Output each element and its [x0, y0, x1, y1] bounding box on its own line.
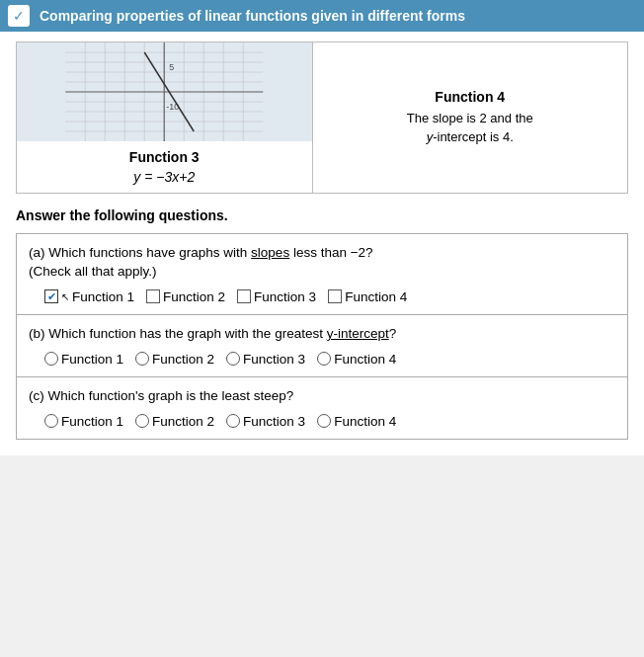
chevron-down-icon: ✓: [13, 8, 25, 24]
question-b-text: (b) Which function has the graph with th…: [29, 325, 615, 344]
option-a-func4[interactable]: Function 4: [328, 289, 407, 304]
radio-c-func2[interactable]: [135, 414, 149, 428]
option-c-func3-label: Function 3: [243, 414, 305, 429]
option-a-func3[interactable]: Function 3: [237, 289, 316, 304]
option-c-func1-label: Function 1: [61, 414, 123, 429]
option-c-func3[interactable]: Function 3: [226, 414, 305, 429]
checkbox-a-func2[interactable]: [146, 289, 160, 303]
option-b-func3-label: Function 3: [243, 352, 305, 367]
question-b-block: (b) Which function has the graph with th…: [17, 315, 627, 377]
option-a-func3-label: Function 3: [254, 289, 316, 304]
checkbox-a-func1[interactable]: ✔: [44, 289, 58, 303]
func4-label: Function 4: [323, 89, 618, 105]
question-c-text: (c) Which function's graph is the least …: [29, 387, 615, 406]
radio-c-func4[interactable]: [317, 414, 331, 428]
option-a-func1[interactable]: ✔ ↖ Function 1: [44, 289, 134, 304]
functions-layout: 5 -10 Function 3 y = −3x+2 Function 4 Th…: [16, 41, 628, 194]
checkbox-a-func3[interactable]: [237, 289, 251, 303]
option-c-func2[interactable]: Function 2: [135, 414, 214, 429]
questions-box: (a) Which functions have graphs with slo…: [16, 233, 628, 440]
option-c-func1[interactable]: Function 1: [44, 414, 123, 429]
func4-cell: Function 4 The slope is 2 and the y-inte…: [313, 42, 628, 193]
option-b-func4[interactable]: Function 4: [317, 352, 396, 367]
radio-c-func3[interactable]: [226, 414, 240, 428]
question-a-text: (a) Which functions have graphs with slo…: [29, 244, 615, 282]
main-content: 5 -10 Function 3 y = −3x+2 Function 4 Th…: [0, 32, 644, 455]
radio-b-func1[interactable]: [44, 352, 58, 366]
option-a-func2-label: Function 2: [163, 289, 225, 304]
left-function-cell: 5 -10 Function 3 y = −3x+2: [17, 42, 313, 193]
option-b-func1[interactable]: Function 1: [44, 352, 123, 367]
option-b-func3[interactable]: Function 3: [226, 352, 305, 367]
option-c-func2-label: Function 2: [152, 414, 214, 429]
radio-b-func4[interactable]: [317, 352, 331, 366]
collapse-button[interactable]: ✓: [8, 5, 30, 27]
header-bar: ✓ Comparing properties of linear functio…: [0, 0, 644, 32]
graph-area: 5 -10: [17, 42, 312, 141]
option-a-func2[interactable]: Function 2: [146, 289, 225, 304]
radio-b-func3[interactable]: [226, 352, 240, 366]
option-a-func1-label: Function 1: [72, 289, 134, 304]
option-b-func2-label: Function 2: [152, 352, 214, 367]
question-a-options: ✔ ↖ Function 1 Function 2 Function 3: [29, 289, 615, 304]
checkmark-icon: ✔: [47, 290, 56, 303]
option-b-func4-label: Function 4: [334, 352, 396, 367]
option-b-func2[interactable]: Function 2: [135, 352, 214, 367]
func3-equation: y = −3x+2: [27, 169, 302, 185]
func3-label: Function 3: [27, 149, 302, 165]
question-b-options: Function 1 Function 2 Function 3 Functio…: [29, 352, 615, 367]
option-a-func4-label: Function 4: [345, 289, 407, 304]
option-b-func1-label: Function 1: [61, 352, 123, 367]
option-c-func4[interactable]: Function 4: [317, 414, 396, 429]
svg-text:5: 5: [169, 62, 174, 72]
cursor-icon: ↖: [61, 291, 69, 302]
option-c-func4-label: Function 4: [334, 414, 396, 429]
header-title: Comparing properties of linear functions…: [40, 8, 465, 24]
func3-info: Function 3 y = −3x+2: [17, 141, 312, 193]
question-a-block: (a) Which functions have graphs with slo…: [17, 234, 627, 315]
checkbox-a-func4[interactable]: [328, 289, 342, 303]
radio-b-func2[interactable]: [135, 352, 149, 366]
graph-svg: 5 -10: [17, 42, 312, 141]
question-c-block: (c) Which function's graph is the least …: [17, 377, 627, 439]
func4-description: The slope is 2 and the y-intercept is 4.: [323, 109, 618, 147]
radio-c-func1[interactable]: [44, 414, 58, 428]
question-c-options: Function 1 Function 2 Function 3 Functio…: [29, 414, 615, 429]
answer-intro: Answer the following questions.: [16, 207, 628, 223]
